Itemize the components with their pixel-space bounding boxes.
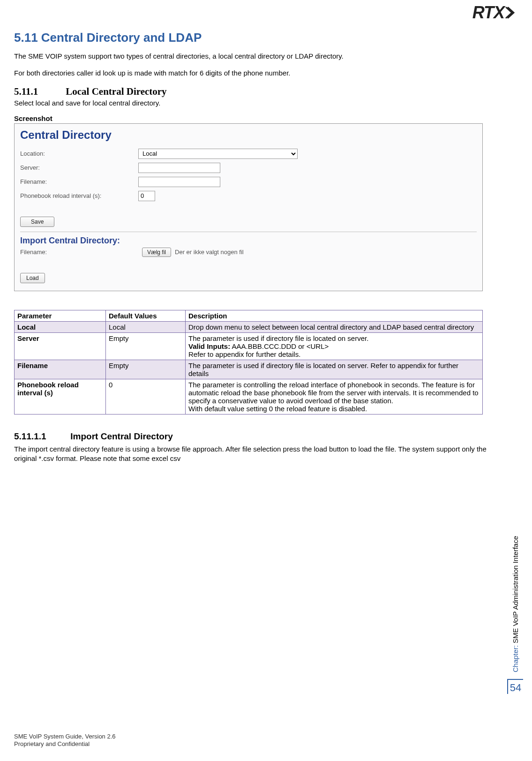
- cell-default: 0: [106, 379, 186, 414]
- filename-input[interactable]: [138, 177, 220, 187]
- server-input[interactable]: [138, 163, 220, 173]
- cell-desc: The parameter is used if directory file …: [186, 332, 483, 360]
- subsubsection-heading: 5.11.1.1 Import Central Directory: [14, 431, 504, 442]
- subsubsection-text: The import central directory feature is …: [14, 445, 504, 464]
- subsection-heading: 5.11.1 Local Central Directory: [14, 86, 504, 98]
- reload-input[interactable]: [138, 191, 155, 201]
- screenshot-panel: Central Directory Location: Local Server…: [14, 123, 483, 291]
- location-select[interactable]: Local: [138, 149, 298, 159]
- cell-default: Local: [106, 321, 186, 332]
- section-heading: 5.11 Central Directory and LDAP: [14, 30, 504, 45]
- cell-param: Phonebook reload interval (s): [15, 379, 106, 414]
- intro-paragraph-1: The SME VOIP system support two types of…: [14, 52, 504, 61]
- logo-mark-icon: [505, 7, 516, 19]
- cell-param: Server: [15, 332, 106, 360]
- footer-line-2: Proprietary and Confidential: [14, 740, 116, 748]
- cell-default: Empty: [106, 360, 186, 379]
- table-row: Local Local Drop down menu to select bet…: [15, 321, 483, 332]
- subsubsection-number: 5.11.1.1: [14, 431, 68, 442]
- file-status-text: Der er ikke valgt nogen fil: [175, 249, 244, 256]
- table-header-param: Parameter: [15, 310, 106, 321]
- logo: RTX: [472, 3, 516, 23]
- page-number: 54: [507, 679, 523, 694]
- footer-line-1: SME VoIP System Guide, Version 2.6: [14, 733, 116, 740]
- load-button[interactable]: Load: [20, 273, 45, 283]
- intro-paragraph-2: For both directories caller id look up i…: [14, 68, 504, 78]
- chapter-label: Chapter: SME VoIP Administration Interfa…: [511, 536, 519, 672]
- file-choose-button[interactable]: Vælg fil: [142, 248, 171, 257]
- import-filename-label: Filename:: [20, 249, 138, 256]
- screenshot-label: Screenshot: [14, 114, 504, 122]
- table-row: Server Empty The parameter is used if di…: [15, 332, 483, 360]
- screenshot-title: Central Directory: [15, 124, 482, 143]
- cell-default: Empty: [106, 332, 186, 360]
- server-label: Server:: [20, 164, 138, 171]
- logo-text: RTX: [472, 3, 504, 23]
- subsubsection-title: Import Central Directory: [70, 431, 173, 441]
- import-title: Import Central Directory:: [15, 233, 482, 248]
- table-row: Filename Empty The parameter is used if …: [15, 360, 483, 379]
- parameter-table: Parameter Default Values Description Loc…: [14, 310, 483, 414]
- footer: SME VoIP System Guide, Version 2.6 Propr…: [14, 733, 116, 748]
- cell-param: Filename: [15, 360, 106, 379]
- subsection-title: Local Central Directory: [66, 86, 166, 97]
- section-number: 5.11: [14, 30, 38, 45]
- subsection-number: 5.11.1: [14, 86, 63, 98]
- save-button[interactable]: Save: [20, 217, 54, 227]
- cell-desc: Drop down menu to select between local c…: [186, 321, 483, 332]
- reload-label: Phonebook reload interval (s):: [20, 192, 138, 199]
- filename-label: Filename:: [20, 178, 138, 185]
- table-row: Phonebook reload interval (s) 0 The para…: [15, 379, 483, 414]
- location-label: Location:: [20, 150, 138, 157]
- table-header-desc: Description: [186, 310, 483, 321]
- subsection-text: Select local and save for local central …: [14, 98, 504, 108]
- separator: [20, 232, 477, 232]
- sidebar: Chapter: SME VoIP Administration Interfa…: [506, 366, 525, 694]
- cell-param: Local: [15, 321, 106, 332]
- cell-desc: The parameter is controlling the reload …: [186, 379, 483, 414]
- table-header-default: Default Values: [106, 310, 186, 321]
- section-title: Central Directory and LDAP: [41, 30, 202, 45]
- cell-desc: The parameter is used if directory file …: [186, 360, 483, 379]
